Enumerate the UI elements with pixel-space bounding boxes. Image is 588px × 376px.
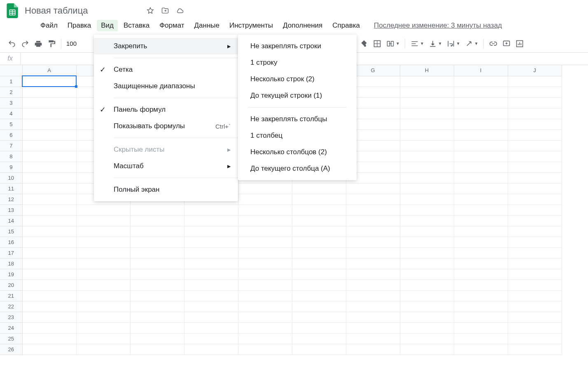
cell[interactable] [400, 204, 454, 215]
cell[interactable] [22, 194, 76, 204]
last-edit-link[interactable]: Последнее изменение: 3 минуты назад [374, 21, 502, 30]
cell[interactable] [292, 226, 346, 237]
cell[interactable] [454, 119, 508, 129]
cell[interactable] [22, 269, 76, 280]
cell[interactable] [238, 312, 292, 322]
column-header[interactable]: J [508, 65, 562, 76]
cell[interactable] [184, 226, 238, 237]
cell[interactable] [238, 301, 292, 312]
insert-chart-icon[interactable] [513, 38, 526, 50]
cell[interactable] [238, 344, 292, 355]
cell[interactable] [454, 204, 508, 215]
cell[interactable] [346, 204, 400, 215]
cell[interactable] [130, 322, 184, 333]
cell[interactable] [346, 247, 400, 258]
menu-help[interactable]: Справка [328, 20, 364, 31]
cell[interactable] [22, 76, 76, 87]
cell[interactable] [400, 344, 454, 355]
menu-tools[interactable]: Инструменты [225, 20, 277, 31]
cell[interactable] [508, 172, 562, 183]
cell[interactable] [76, 312, 130, 322]
cell[interactable] [22, 119, 76, 129]
cell[interactable] [346, 280, 400, 290]
menu-gridlines[interactable]: ✓Сетка [94, 61, 238, 78]
cell[interactable] [292, 312, 346, 322]
freeze-1-row[interactable]: 1 строку [238, 54, 357, 71]
cell[interactable] [346, 312, 400, 322]
row-header[interactable]: 1 [0, 76, 22, 87]
cell[interactable] [130, 226, 184, 237]
cell[interactable] [454, 247, 508, 258]
cell[interactable] [238, 247, 292, 258]
cell[interactable] [238, 269, 292, 280]
cell[interactable] [346, 237, 400, 247]
cell[interactable] [238, 194, 292, 204]
cell[interactable] [130, 333, 184, 344]
row-header[interactable]: 5 [0, 119, 22, 129]
cell[interactable] [184, 290, 238, 301]
cell[interactable] [22, 226, 76, 237]
menu-data[interactable]: Данные [190, 20, 224, 31]
cell[interactable] [454, 183, 508, 194]
zoom-select[interactable]: 100 [65, 40, 77, 47]
undo-icon[interactable] [6, 38, 18, 50]
cell[interactable] [22, 204, 76, 215]
merge-cells-icon[interactable] [384, 38, 397, 50]
cell[interactable] [346, 344, 400, 355]
cell[interactable] [22, 290, 76, 301]
cell[interactable] [238, 226, 292, 237]
cell[interactable] [508, 108, 562, 119]
cell[interactable] [292, 333, 346, 344]
cell[interactable] [292, 322, 346, 333]
cell[interactable] [130, 237, 184, 247]
cell[interactable] [130, 280, 184, 290]
insert-link-icon[interactable] [487, 38, 499, 50]
cell[interactable] [130, 215, 184, 226]
menu-file[interactable]: Файл [36, 20, 62, 31]
cell[interactable] [292, 280, 346, 290]
freeze-no-cols[interactable]: Не закреплять столбцы [238, 111, 357, 127]
cell[interactable] [22, 162, 76, 172]
cell[interactable] [400, 76, 454, 87]
row-header[interactable]: 20 [0, 280, 22, 290]
cell[interactable] [508, 194, 562, 204]
cell[interactable] [400, 258, 454, 269]
cell[interactable] [400, 269, 454, 280]
cell[interactable] [184, 312, 238, 322]
cell[interactable] [184, 204, 238, 215]
cell[interactable] [508, 162, 562, 172]
cell[interactable] [184, 247, 238, 258]
cell[interactable] [292, 247, 346, 258]
menu-insert[interactable]: Вставка [119, 20, 154, 31]
print-icon[interactable] [32, 38, 44, 50]
cell[interactable] [346, 258, 400, 269]
cell[interactable] [76, 226, 130, 237]
cell[interactable] [508, 97, 562, 108]
column-header[interactable]: H [400, 65, 454, 76]
cell[interactable] [184, 333, 238, 344]
cell[interactable] [454, 97, 508, 108]
cell[interactable] [508, 312, 562, 322]
cell[interactable] [400, 215, 454, 226]
cell[interactable] [508, 215, 562, 226]
cell[interactable] [508, 280, 562, 290]
cell[interactable] [400, 226, 454, 237]
cell[interactable] [22, 183, 76, 194]
cell[interactable] [76, 344, 130, 355]
row-header[interactable]: 2 [0, 87, 22, 97]
row-header[interactable]: 23 [0, 312, 22, 322]
row-header[interactable]: 9 [0, 162, 22, 172]
cell[interactable] [400, 87, 454, 97]
cell[interactable] [76, 269, 130, 280]
freeze-up-to-row[interactable]: До текущей строки (1) [238, 87, 357, 104]
cell[interactable] [508, 140, 562, 151]
cell[interactable] [400, 280, 454, 290]
cell[interactable] [508, 344, 562, 355]
row-header[interactable]: 7 [0, 140, 22, 151]
cell[interactable] [22, 129, 76, 140]
cell[interactable] [346, 226, 400, 237]
cell[interactable] [400, 183, 454, 194]
cell[interactable] [76, 333, 130, 344]
cell[interactable] [76, 258, 130, 269]
cell[interactable] [454, 151, 508, 162]
